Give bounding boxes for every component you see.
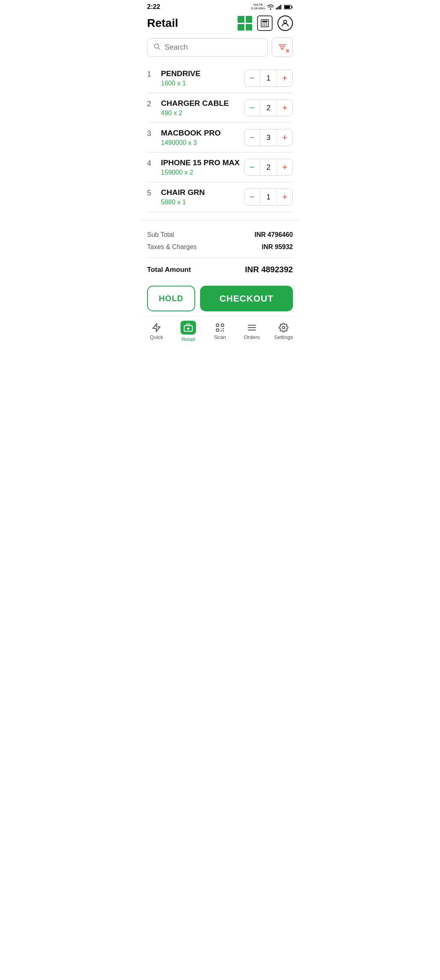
settings-icon bbox=[279, 323, 288, 332]
svg-rect-8 bbox=[262, 21, 268, 23]
qty-display: 2 bbox=[260, 159, 277, 175]
cart-item-row: 1 PENDRIVE 1600 x 1 − 1 + bbox=[147, 63, 293, 93]
quantity-control[interactable]: − 1 + bbox=[244, 188, 293, 206]
total-row: Total Amount INR 4892392 bbox=[147, 262, 293, 281]
svg-point-35 bbox=[282, 326, 285, 329]
quantity-control[interactable]: − 3 + bbox=[244, 129, 293, 146]
orders-icon bbox=[247, 323, 257, 332]
decrease-qty-button[interactable]: − bbox=[244, 189, 260, 205]
search-icon bbox=[153, 43, 161, 52]
item-number: 3 bbox=[147, 129, 154, 138]
item-left: 4 IPHONE 15 PRO MAX 159000 x 2 bbox=[147, 158, 240, 176]
increase-qty-button[interactable]: + bbox=[277, 70, 293, 86]
subtotal-label: Sub Total bbox=[147, 231, 174, 238]
svg-point-13 bbox=[264, 25, 266, 26]
search-input[interactable] bbox=[165, 43, 262, 52]
decrease-qty-button[interactable]: − bbox=[244, 159, 260, 175]
nav-item-quick[interactable]: Quick bbox=[144, 323, 169, 340]
status-bar: 2:22 VoLTE 0.18 KB/s bbox=[141, 0, 299, 12]
clear-icon: ✕ bbox=[285, 48, 290, 54]
grid-view-button[interactable] bbox=[238, 16, 252, 31]
item-name: IPHONE 15 PRO MAX bbox=[161, 158, 240, 167]
decrease-qty-button[interactable]: − bbox=[244, 129, 260, 146]
cart-items-list: 1 PENDRIVE 1600 x 1 − 1 + 2 CHARGER CABL… bbox=[141, 63, 299, 212]
svg-rect-2 bbox=[279, 6, 280, 9]
item-name: CHARGER CABLE bbox=[161, 99, 229, 108]
svg-rect-5 bbox=[292, 6, 293, 8]
calculator-button[interactable] bbox=[257, 15, 273, 31]
svg-point-11 bbox=[266, 23, 267, 24]
summary-divider bbox=[147, 257, 293, 258]
signal-icon bbox=[276, 4, 282, 10]
status-time: 2:22 bbox=[147, 3, 160, 11]
item-info: CHARGER CABLE 490 x 2 bbox=[161, 99, 229, 117]
increase-qty-button[interactable]: + bbox=[277, 129, 293, 146]
item-price-qty: 5880 x 1 bbox=[161, 199, 205, 206]
decrease-qty-button[interactable]: − bbox=[244, 100, 260, 116]
taxes-row: Taxes & Charges INR 95932 bbox=[147, 241, 293, 253]
bottom-navigation: Quick Retail Scan Orders Settings bbox=[141, 316, 299, 350]
checkout-button[interactable]: CHECKOUT bbox=[200, 286, 293, 311]
item-name: PENDRIVE bbox=[161, 69, 200, 78]
svg-point-14 bbox=[266, 25, 267, 26]
item-price-qty: 159000 x 2 bbox=[161, 169, 240, 176]
item-name: CHAIR GRN bbox=[161, 188, 205, 197]
total-label: Total Amount bbox=[147, 266, 191, 274]
increase-qty-button[interactable]: + bbox=[277, 189, 293, 205]
svg-rect-25 bbox=[216, 324, 219, 326]
quick-icon bbox=[152, 323, 161, 332]
total-value: INR 4892392 bbox=[245, 265, 293, 274]
nav-item-settings[interactable]: Settings bbox=[271, 323, 296, 340]
battery-icon bbox=[284, 4, 293, 10]
increase-qty-button[interactable]: + bbox=[277, 100, 293, 116]
wifi-icon bbox=[267, 4, 274, 10]
cart-item-row: 4 IPHONE 15 PRO MAX 159000 x 2 − 2 + bbox=[147, 153, 293, 182]
taxes-value: INR 95932 bbox=[262, 243, 293, 251]
svg-line-17 bbox=[158, 48, 160, 49]
cart-item-row: 5 CHAIR GRN 5880 x 1 − 1 + bbox=[147, 182, 293, 212]
quantity-control[interactable]: − 2 + bbox=[244, 99, 293, 116]
item-number: 5 bbox=[147, 188, 154, 197]
retail-nav-label: Retail bbox=[181, 336, 195, 342]
svg-rect-6 bbox=[284, 6, 290, 9]
svg-marker-21 bbox=[153, 324, 160, 332]
svg-point-15 bbox=[284, 20, 286, 23]
scan-nav-label: Scan bbox=[214, 334, 226, 340]
quantity-control[interactable]: − 1 + bbox=[244, 70, 293, 87]
quantity-control[interactable]: − 2 + bbox=[244, 159, 293, 176]
item-info: PENDRIVE 1600 x 1 bbox=[161, 69, 200, 87]
profile-button[interactable] bbox=[277, 15, 293, 31]
calculator-icon bbox=[260, 19, 269, 28]
item-left: 2 CHARGER CABLE 490 x 2 bbox=[147, 99, 229, 117]
order-summary: Sub Total INR 4796460 Taxes & Charges IN… bbox=[141, 220, 299, 281]
qty-display: 1 bbox=[260, 189, 277, 205]
quick-nav-label: Quick bbox=[150, 334, 163, 340]
status-icons: VoLTE 0.18 KB/s bbox=[251, 3, 293, 11]
subtotal-row: Sub Total INR 4796460 bbox=[147, 229, 293, 241]
svg-point-9 bbox=[262, 23, 264, 24]
cart-item-row: 2 CHARGER CABLE 490 x 2 − 2 + bbox=[147, 93, 293, 123]
qty-display: 2 bbox=[260, 100, 277, 116]
nav-item-retail[interactable]: Retail bbox=[176, 321, 200, 342]
taxes-label: Taxes & Charges bbox=[147, 243, 197, 251]
item-left: 5 CHAIR GRN 5880 x 1 bbox=[147, 188, 205, 206]
item-price-qty: 1600 x 1 bbox=[161, 80, 200, 87]
app-title: Retail bbox=[147, 17, 178, 30]
item-left: 3 MACBOOK PRO 1490000 x 3 bbox=[147, 129, 221, 147]
nav-item-scan[interactable]: Scan bbox=[208, 323, 232, 340]
svg-rect-27 bbox=[216, 329, 219, 331]
hold-button[interactable]: HOLD bbox=[147, 286, 195, 311]
nav-item-orders[interactable]: Orders bbox=[240, 323, 264, 340]
cart-item-row: 3 MACBOOK PRO 1490000 x 3 − 3 + bbox=[147, 123, 293, 153]
profile-icon bbox=[281, 19, 290, 28]
svg-point-12 bbox=[262, 25, 264, 26]
decrease-qty-button[interactable]: − bbox=[244, 70, 260, 86]
network-info: VoLTE 0.18 KB/s bbox=[251, 3, 265, 11]
svg-rect-3 bbox=[280, 5, 282, 10]
item-number: 4 bbox=[147, 158, 154, 168]
search-container[interactable] bbox=[147, 38, 268, 57]
orders-nav-label: Orders bbox=[244, 334, 260, 340]
filter-clear-button[interactable]: ✕ bbox=[272, 37, 293, 57]
qty-display: 1 bbox=[260, 70, 277, 86]
increase-qty-button[interactable]: + bbox=[277, 159, 293, 175]
